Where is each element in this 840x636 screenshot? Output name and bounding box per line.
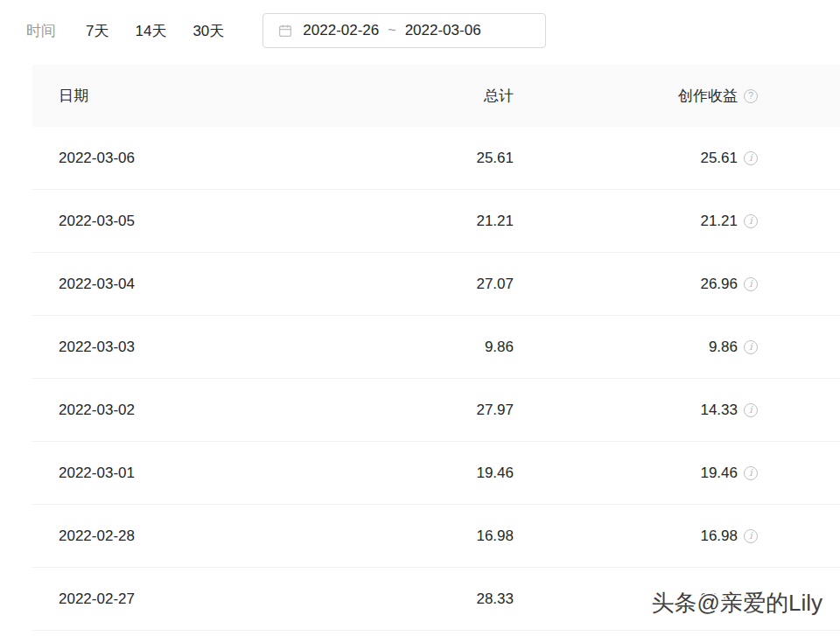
creation-income-value: 21.21: [700, 213, 738, 230]
cell-creation-income: 21.21 i: [514, 213, 840, 230]
header-creation-income-label: 创作收益: [678, 86, 738, 106]
date-range-picker[interactable]: 2022-02-26 ~ 2022-03-06: [262, 13, 546, 48]
range-button-14d[interactable]: 14天: [135, 21, 166, 41]
table-row: 2022-03-02 27.97 14.33 i: [32, 379, 840, 442]
table-header: 日期 总计 创作收益 ?: [32, 65, 840, 127]
cell-creation-income: 28.33 i: [514, 591, 840, 608]
cell-date: 2022-03-03: [32, 339, 321, 356]
table-body: 2022-03-06 25.61 25.61 i 2022-03-05 21.2…: [32, 127, 840, 631]
cell-total: 27.07: [321, 276, 514, 293]
cell-date: 2022-03-06: [32, 150, 321, 167]
cell-creation-income: 9.86 i: [514, 339, 840, 356]
cell-total: 21.21: [321, 213, 514, 230]
table-row: 2022-03-06 25.61 25.61 i: [32, 127, 840, 190]
creation-income-value: 14.33: [700, 402, 738, 419]
creation-income-value: 16.98: [700, 528, 738, 545]
info-circle-icon[interactable]: i: [744, 277, 758, 291]
range-button-30d[interactable]: 30天: [192, 21, 224, 41]
cell-creation-income: 26.96 i: [514, 276, 840, 293]
time-filter-label: 时间: [26, 21, 56, 41]
end-date-value[interactable]: 2022-03-06: [405, 22, 481, 39]
cell-date: 2022-03-05: [32, 213, 321, 230]
start-date-value[interactable]: 2022-02-26: [303, 22, 379, 39]
header-creation-income: 创作收益 ?: [514, 86, 840, 106]
table-row: 2022-03-03 9.86 9.86 i: [32, 316, 840, 379]
cell-date: 2022-02-28: [32, 528, 321, 545]
cell-date: 2022-03-04: [32, 276, 321, 293]
cell-date: 2022-03-01: [32, 465, 321, 482]
header-date: 日期: [32, 86, 321, 106]
creation-income-value: 26.96: [700, 276, 738, 293]
cell-total: 9.86: [321, 339, 514, 356]
question-circle-icon[interactable]: ?: [744, 89, 758, 103]
info-circle-icon[interactable]: i: [744, 214, 758, 228]
creation-income-value: 19.46: [700, 465, 738, 482]
table-row: 2022-03-04 27.07 26.96 i: [32, 253, 840, 316]
table-row: 2022-02-27 28.33 28.33 i: [32, 568, 840, 631]
creation-income-value: 9.86: [709, 339, 738, 356]
cell-total: 16.98: [321, 528, 514, 545]
date-range-separator: ~: [388, 23, 396, 38]
cell-total: 27.97: [321, 402, 514, 419]
info-circle-icon[interactable]: i: [744, 529, 758, 543]
info-circle-icon[interactable]: i: [744, 466, 758, 480]
cell-creation-income: 14.33 i: [514, 402, 840, 419]
calendar-icon: [278, 24, 292, 38]
earnings-table: 日期 总计 创作收益 ? 2022-03-06 25.61 25.61 i 20…: [32, 65, 840, 631]
cell-creation-income: 19.46 i: [514, 465, 840, 482]
info-circle-icon[interactable]: i: [744, 592, 758, 606]
cell-creation-income: 25.61 i: [514, 150, 840, 167]
cell-total: 19.46: [321, 465, 514, 482]
creation-income-value: 25.61: [700, 150, 738, 167]
filter-bar: 时间 7天 14天 30天 2022-02-26 ~ 2022-03-06: [0, 0, 840, 49]
cell-date: 2022-02-27: [32, 591, 321, 608]
cell-total: 25.61: [321, 150, 514, 167]
info-circle-icon[interactable]: i: [744, 403, 758, 417]
info-circle-icon[interactable]: i: [744, 340, 758, 354]
table-row: 2022-02-28 16.98 16.98 i: [32, 505, 840, 568]
header-total: 总计: [321, 86, 514, 106]
cell-creation-income: 16.98 i: [514, 528, 840, 545]
cell-date: 2022-03-02: [32, 402, 321, 419]
table-row: 2022-03-01 19.46 19.46 i: [32, 442, 840, 505]
cell-total: 28.33: [321, 591, 514, 608]
creation-income-value: 28.33: [700, 591, 738, 608]
range-button-7d[interactable]: 7天: [86, 21, 108, 41]
table-row: 2022-03-05 21.21 21.21 i: [32, 190, 840, 253]
info-circle-icon[interactable]: i: [744, 151, 758, 165]
